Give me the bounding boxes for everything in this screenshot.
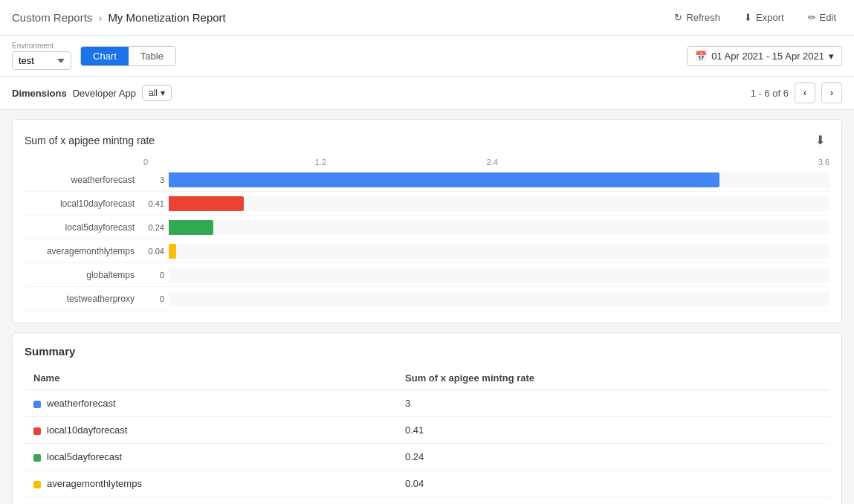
refresh-icon: ↻ — [674, 12, 682, 23]
edit-icon: ✏ — [808, 12, 816, 23]
col-value-header: Sum of x apigee mintng rate — [396, 366, 829, 390]
dims-left: Dimensions Developer App all ▾ — [12, 85, 172, 101]
axis-label-0: 0 — [143, 158, 315, 167]
chart-bar — [169, 196, 244, 211]
chart-bar-area — [169, 220, 829, 235]
prev-page-button[interactable]: ‹ — [795, 83, 815, 103]
color-dot — [33, 427, 41, 435]
table-row: local10dayforecast0.41 — [25, 417, 829, 444]
table-row: local5dayforecast0.24 — [25, 444, 829, 471]
env-select-wrap: Environment test — [12, 42, 71, 70]
toolbar-left: Environment test Chart Table — [12, 42, 176, 70]
dimension-value: Developer App — [73, 88, 136, 99]
table-row: averagemonthlytemps0.04 — [25, 471, 829, 497]
axis-label-1: 1.2 — [315, 158, 487, 167]
chart-title: Sum of x apigee mintng rate — [25, 135, 155, 146]
chart-bar-area — [169, 244, 829, 259]
chart-row-label: testweatherproxy — [25, 294, 143, 304]
chart-rows: weatherforecast3local10dayforecast0.41lo… — [25, 168, 829, 311]
dimensions-bar: Dimensions Developer App all ▾ 1 - 6 of … — [0, 77, 854, 110]
chart-row-label: local5dayforecast — [25, 222, 143, 233]
top-bar: Custom Reports › My Monetization Report … — [0, 0, 854, 36]
table-cell-value: 0.41 — [396, 417, 829, 444]
env-label: Environment — [12, 42, 71, 50]
chart-bar — [169, 220, 213, 235]
pagination: 1 - 6 of 6 ‹ › — [751, 83, 842, 103]
axis-label-3: 3.6 — [658, 158, 829, 167]
chart-row: local10dayforecast0.41 — [25, 192, 829, 216]
chart-row: averagemonthlytemps0.04 — [25, 239, 829, 263]
table-cell-value: 0.04 — [396, 471, 829, 497]
chart-row-label: weatherforecast — [25, 175, 143, 185]
chart-bar-area — [169, 172, 829, 187]
table-cell-name: local5dayforecast — [25, 444, 396, 471]
edit-button[interactable]: ✏ Edit — [802, 9, 842, 26]
env-select[interactable]: test — [12, 51, 71, 70]
chart-bar-area — [169, 196, 829, 211]
color-dot — [33, 401, 41, 408]
export-button[interactable]: ⬇ Export — [738, 9, 790, 26]
chart-card: Sum of x apigee mintng rate ⬇ 0 1.2 2.4 … — [12, 119, 842, 323]
breadcrumb-parent[interactable]: Custom Reports — [12, 11, 92, 24]
chart-card-header: Sum of x apigee mintng rate ⬇ — [25, 132, 829, 149]
refresh-button[interactable]: ↻ Refresh — [668, 9, 726, 26]
main-content: Sum of x apigee mintng rate ⬇ 0 1.2 2.4 … — [0, 110, 854, 504]
chart-row-value: 0.04 — [143, 247, 164, 256]
chart-row-value: 0.24 — [143, 223, 164, 232]
summary-title: Summary — [25, 345, 829, 358]
color-dot — [33, 454, 41, 462]
chevron-down-icon: ▾ — [829, 51, 834, 62]
chart-bar — [169, 172, 719, 187]
table-cell-value: 0.24 — [396, 444, 829, 471]
table-cell-value: 3 — [396, 390, 829, 417]
chart-row-value: 0 — [143, 294, 164, 303]
table-cell-name: weatherforecast — [25, 390, 396, 417]
color-dot — [33, 481, 41, 488]
chart-bar-area — [169, 268, 829, 282]
chart-row-value: 0.41 — [143, 199, 164, 208]
calendar-icon: 📅 — [695, 51, 707, 62]
chart-row-value: 0 — [143, 271, 164, 280]
table-cell-name: averagemonthlytemps — [25, 471, 396, 497]
table-cell-name: globaltemps — [25, 497, 396, 505]
chart-row-label: local10dayforecast — [25, 198, 143, 209]
chart-row-label: globaltemps — [25, 270, 143, 280]
chart-row: testweatherproxy0 — [25, 287, 829, 311]
table-cell-value: 0 — [396, 497, 829, 505]
table-cell-name: local10dayforecast — [25, 417, 396, 444]
axis-label-2: 2.4 — [487, 158, 659, 167]
chart-row: local5dayforecast0.24 — [25, 216, 829, 239]
chart-download-button[interactable]: ⬇ — [811, 132, 829, 149]
col-name-header: Name — [25, 366, 396, 390]
table-row: weatherforecast3 — [25, 390, 829, 417]
axis-labels: 0 1.2 2.4 3.6 — [25, 158, 829, 167]
chevron-down-icon: ▾ — [161, 88, 165, 98]
chart-bar — [169, 244, 176, 259]
summary-tbody: weatherforecast3local10dayforecast0.41lo… — [25, 390, 829, 505]
breadcrumb: Custom Reports › My Monetization Report — [12, 11, 226, 24]
table-row: globaltemps0 — [25, 497, 829, 505]
breadcrumb-sep: › — [98, 11, 102, 24]
next-page-button[interactable]: › — [821, 83, 842, 103]
summary-table: Name Sum of x apigee mintng rate weather… — [25, 366, 829, 504]
filter-dropdown[interactable]: all ▾ — [142, 85, 172, 101]
chart-row: weatherforecast3 — [25, 168, 829, 192]
table-tab[interactable]: Table — [129, 47, 175, 65]
chart-bar-area — [169, 291, 829, 306]
breadcrumb-current: My Monetization Report — [108, 11, 225, 24]
chart-tab[interactable]: Chart — [81, 47, 129, 65]
dimensions-label: Dimensions — [12, 88, 67, 99]
export-icon: ⬇ — [744, 12, 752, 23]
chart-row-label: averagemonthlytemps — [25, 246, 143, 256]
chart-row-value: 3 — [143, 175, 164, 184]
top-actions: ↻ Refresh ⬇ Export ✏ Edit — [668, 9, 842, 26]
toolbar: Environment test Chart Table 📅 01 Apr 20… — [0, 36, 854, 77]
chart-row: globaltemps0 — [25, 263, 829, 287]
summary-card: Summary Name Sum of x apigee mintng rate… — [12, 332, 842, 504]
bar-chart: 0 1.2 2.4 3.6 weatherforecast3local10day… — [25, 158, 829, 311]
date-range-picker[interactable]: 📅 01 Apr 2021 - 15 Apr 2021 ▾ — [687, 46, 842, 66]
view-tabs: Chart Table — [80, 46, 176, 66]
